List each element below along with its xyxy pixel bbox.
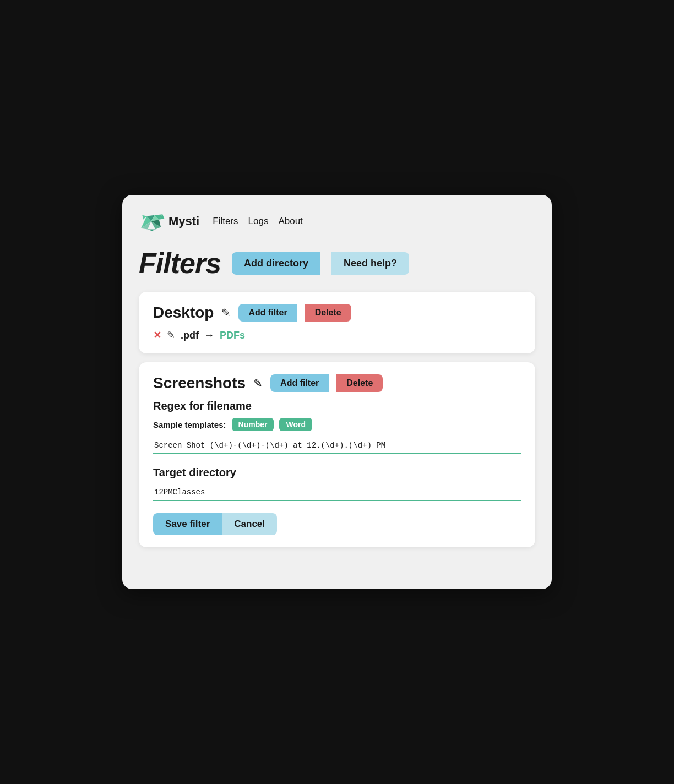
desktop-card-title: Desktop (153, 304, 214, 322)
screenshots-card-header: Screenshots ✎ Add filterDelete (153, 374, 521, 392)
regex-heading: Regex for filename (153, 400, 521, 412)
screenshots-card: Screenshots ✎ Add filterDelete Regex for… (139, 362, 535, 547)
filter-extension: .pdf (181, 330, 199, 341)
page-header: Filters Add directoryNeed help? (139, 247, 535, 280)
target-dir-input[interactable] (153, 484, 521, 501)
app-window: Mysti Filters Logs About Filters Add dir… (122, 195, 552, 589)
desktop-filter-row: ✕ ✎ .pdf → PDFs (153, 329, 521, 341)
desktop-edit-icon[interactable]: ✎ (221, 306, 231, 319)
screenshots-delete-button[interactable]: Delete (336, 374, 383, 392)
nav-bar: Mysti Filters Logs About (139, 211, 535, 231)
desktop-card-header: Desktop ✎ Add filterDelete (153, 304, 521, 322)
desktop-add-filter-button[interactable]: Add filter (238, 304, 297, 322)
filter-remove-icon[interactable]: ✕ (153, 329, 161, 341)
filter-target-dir: PDFs (220, 330, 245, 341)
sample-templates-label: Sample templates: (153, 420, 226, 429)
svg-marker-7 (148, 229, 155, 231)
desktop-card: Desktop ✎ Add filterDelete ✕ ✎ .pdf → PD… (139, 292, 535, 353)
filter-arrow-icon: → (204, 330, 214, 341)
screenshots-card-title: Screenshots (153, 374, 246, 392)
need-help-button[interactable]: Need help? (331, 252, 409, 275)
number-template-button[interactable]: Number (232, 418, 274, 431)
nav-link-about[interactable]: About (278, 216, 302, 227)
target-dir-heading: Target directory (153, 466, 521, 479)
nav-links: Filters Logs About (213, 216, 303, 227)
screenshots-add-filter-button[interactable]: Add filter (270, 374, 329, 392)
screenshots-edit-icon[interactable]: ✎ (253, 377, 263, 390)
page-title: Filters (139, 247, 221, 280)
desktop-delete-button[interactable]: Delete (305, 304, 351, 322)
regex-section: Regex for filename Sample templates: Num… (153, 400, 521, 466)
word-template-button[interactable]: Word (279, 418, 312, 431)
nav-link-filters[interactable]: Filters (213, 216, 238, 227)
filter-edit-icon[interactable]: ✎ (167, 329, 175, 341)
nav-logo[interactable]: Mysti (139, 211, 199, 231)
nav-link-logs[interactable]: Logs (248, 216, 269, 227)
add-directory-button[interactable]: Add directory (232, 252, 320, 275)
form-actions: Save filterCancel (153, 513, 521, 535)
sample-templates-row: Sample templates: Number Word (153, 418, 521, 431)
target-dir-section: Target directory (153, 466, 521, 513)
regex-input[interactable] (153, 438, 521, 454)
save-filter-button[interactable]: Save filter (153, 513, 222, 535)
logo-icon (139, 211, 165, 231)
cancel-button[interactable]: Cancel (222, 513, 277, 535)
